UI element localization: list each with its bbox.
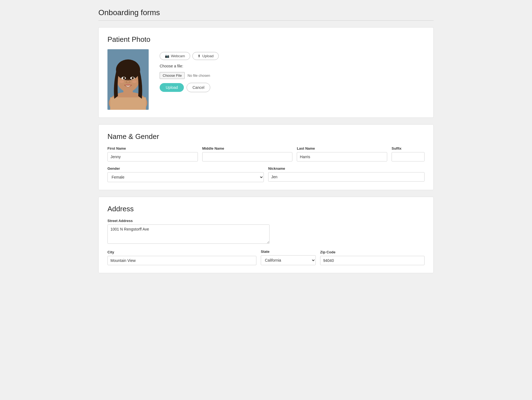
cancel-button[interactable]: Cancel — [187, 83, 210, 92]
choose-file-label-row: Choose a file: — [160, 64, 219, 68]
gender-select[interactable]: Female Male Other Prefer not to say — [107, 172, 264, 182]
state-select[interactable]: AlabamaAlaskaArizonaArkansasCaliforniaCo… — [261, 255, 316, 265]
suffix-input[interactable] — [392, 152, 425, 161]
webcam-label: Webcam — [171, 54, 185, 58]
upload-button[interactable]: Upload — [160, 83, 184, 92]
svg-rect-3 — [110, 97, 146, 110]
photo-action-buttons: Upload Cancel — [160, 83, 219, 92]
nickname-input[interactable] — [268, 172, 425, 182]
webcam-button[interactable]: 📷 Webcam — [160, 52, 190, 60]
no-file-text: No file chosen — [187, 73, 210, 78]
svg-point-6 — [118, 62, 138, 74]
upload-mode-label: Upload — [202, 54, 214, 58]
upload-icon: ⬆ — [198, 54, 201, 58]
middle-name-field-group: Middle Name — [202, 146, 293, 161]
address-title: Address — [107, 205, 425, 213]
name-grid-bottom: Gender Female Male Other Prefer not to s… — [107, 166, 425, 182]
first-name-field-group: First Name — [107, 146, 198, 161]
city-field-group: City — [107, 250, 256, 265]
gender-field-group: Gender Female Male Other Prefer not to s… — [107, 166, 264, 182]
middle-name-label: Middle Name — [202, 146, 293, 150]
address-section: Address Street Address 1001 N Rengstorff… — [98, 197, 434, 273]
camera-icon: 📷 — [165, 54, 169, 58]
street-address-group: Street Address 1001 N Rengstorff Ave — [107, 219, 425, 245]
last-name-label: Last Name — [297, 146, 387, 150]
suffix-label: Suffix — [392, 146, 425, 150]
nickname-label: Nickname — [268, 166, 425, 171]
patient-photo-section: Patient Photo — [98, 27, 434, 118]
svg-point-12 — [133, 78, 134, 78]
svg-point-11 — [124, 78, 125, 78]
city-label: City — [107, 250, 256, 254]
choose-file-button[interactable]: Choose File — [160, 72, 185, 79]
photo-buttons-row: 📷 Webcam ⬆ Upload — [160, 52, 219, 60]
zip-input[interactable] — [320, 256, 425, 265]
patient-photo — [107, 49, 149, 110]
city-input[interactable] — [107, 256, 256, 265]
photo-controls: 📷 Webcam ⬆ Upload Choose a file: Choose … — [160, 49, 219, 92]
street-label: Street Address — [107, 219, 425, 223]
svg-point-14 — [132, 80, 137, 83]
first-name-input[interactable] — [107, 152, 198, 161]
zip-field-group: Zip Code — [320, 250, 425, 265]
choose-file-label: Choose a file: — [160, 64, 183, 68]
file-input-row: Choose File No file chosen — [160, 72, 219, 79]
name-gender-section: Name & Gender First Name Middle Name Las… — [98, 124, 434, 190]
gender-label: Gender — [107, 166, 264, 171]
street-input[interactable]: 1001 N Rengstorff Ave — [107, 224, 270, 244]
zip-label: Zip Code — [320, 250, 425, 254]
first-name-label: First Name — [107, 146, 198, 150]
svg-point-13 — [120, 80, 124, 83]
state-field-group: State AlabamaAlaskaArizonaArkansasCalifo… — [261, 250, 316, 265]
last-name-field-group: Last Name — [297, 146, 387, 161]
state-label: State — [261, 250, 316, 254]
patient-photo-title: Patient Photo — [107, 35, 425, 44]
upload-mode-button[interactable]: ⬆ Upload — [192, 52, 219, 60]
suffix-field-group: Suffix — [392, 146, 425, 161]
nickname-field-group: Nickname — [268, 166, 425, 182]
title-divider — [98, 20, 434, 21]
page-title: Onboarding forms — [98, 8, 434, 17]
name-gender-title: Name & Gender — [107, 132, 425, 141]
address-grid: City State AlabamaAlaskaArizonaArkansasC… — [107, 250, 425, 265]
last-name-input[interactable] — [297, 152, 387, 161]
name-grid-top: First Name Middle Name Last Name Suffix — [107, 146, 425, 161]
middle-name-input[interactable] — [202, 152, 293, 161]
